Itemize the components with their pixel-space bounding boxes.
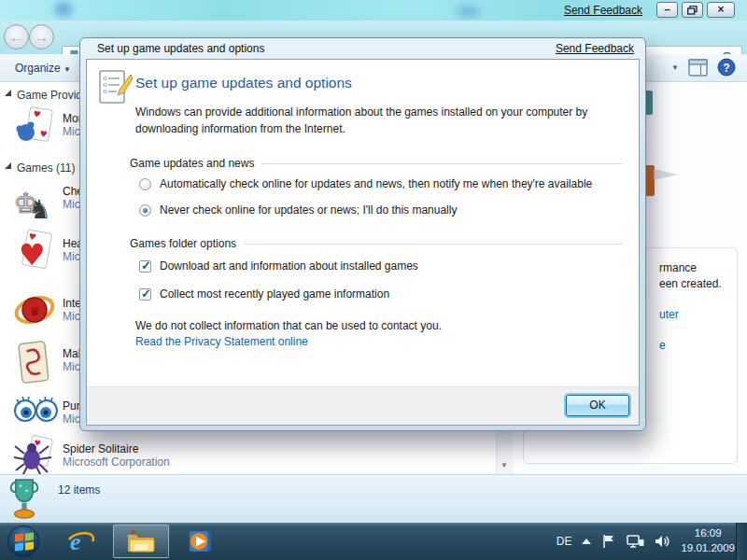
taskbar-media-player-button[interactable] <box>179 525 220 558</box>
network-icon[interactable] <box>627 534 644 549</box>
windows-flag-icon <box>25 541 34 550</box>
options-document-pencil-icon <box>97 69 133 106</box>
views-chevron-icon[interactable]: ▼ <box>671 63 679 72</box>
hidden-artwork-arrow <box>654 169 678 180</box>
radio-option-auto-check[interactable]: Automatically check online for updates a… <box>139 177 592 190</box>
start-button[interactable] <box>7 525 39 557</box>
items-count-label: 12 items <box>58 483 100 497</box>
organize-label: Organize <box>15 62 61 75</box>
action-center-flag-icon[interactable] <box>601 534 616 549</box>
show-hidden-icons-icon[interactable] <box>582 539 591 544</box>
close-button[interactable]: × <box>707 2 735 18</box>
taskbar-clock[interactable]: 16:09 19.01.2009 <box>681 526 735 555</box>
spider-icon: ♥ <box>13 435 56 474</box>
volume-icon[interactable] <box>655 534 670 549</box>
checkbox-label: Download art and information about insta… <box>160 259 418 273</box>
svg-text:♞: ♞ <box>28 194 51 222</box>
checkbox-label: Collect most recently played game inform… <box>160 287 389 301</box>
svg-text:♛: ♛ <box>29 304 40 318</box>
forward-button[interactable]: → <box>29 24 54 49</box>
hearts-icon: ♥ ♥ <box>13 230 54 274</box>
window-titlebar: Send Feedback – × <box>0 0 747 21</box>
internet-explorer-icon: e <box>66 527 94 555</box>
chevron-down-icon: ▼ <box>63 65 71 74</box>
radio-label: Never check online for updates or news; … <box>160 203 457 217</box>
svg-text:?: ? <box>723 62 729 75</box>
show-desktop-button[interactable] <box>736 523 747 560</box>
game-name: Spider Solitaire <box>63 442 138 455</box>
puzzle-card-icon: ♥ ♥ <box>13 105 54 149</box>
checkbox-checked-icon[interactable] <box>139 288 151 301</box>
checkbox-option-download-art[interactable]: Download art and information about insta… <box>139 259 418 273</box>
dialog-title: Set up game updates and options <box>97 42 264 55</box>
taskbar: e DE <box>0 523 747 560</box>
mahjong-icon <box>13 340 54 386</box>
windows-flag-icon <box>15 542 23 551</box>
radio-icon[interactable] <box>139 178 151 190</box>
window-send-feedback-link[interactable]: Send Feedback <box>564 4 642 17</box>
clipped-link[interactable]: e <box>659 339 666 352</box>
dialog-body: Set up game updates and options Windows … <box>86 59 640 426</box>
clipped-text: rmance <box>659 261 697 274</box>
radio-label: Automatically check online for updates a… <box>160 177 592 190</box>
organize-button[interactable]: Organize ▼ <box>7 59 78 77</box>
privacy-note: We do not collect information that can b… <box>135 319 442 332</box>
game-publisher: Microsoft Corporation <box>63 455 170 469</box>
dialog-description: Windows can provide additional informati… <box>135 104 647 137</box>
group-game-updates: Game updates and news <box>130 157 627 170</box>
restore-icon <box>687 6 698 15</box>
clock-date: 19.01.2009 <box>681 541 735 556</box>
media-player-icon <box>186 527 214 555</box>
windows-flag-icon <box>25 532 34 540</box>
windows-flag-icon <box>15 533 23 541</box>
clipped-text: een created. <box>659 277 722 290</box>
taskbar-ie-button[interactable]: e <box>60 525 101 558</box>
group-label: Game updates and news <box>130 157 254 170</box>
dialog-heading: Set up game updates and options <box>135 75 352 91</box>
clock-time: 16:09 <box>681 526 735 541</box>
list-item-spider-solitaire[interactable]: ♥ Spider Solitaire Microsoft Corporation <box>13 435 293 474</box>
restore-button[interactable] <box>682 2 703 18</box>
ok-button[interactable]: OK <box>566 395 629 416</box>
desktop-screen: Send Feedback – × ← → ▼ ↻ Search Games <box>0 0 747 560</box>
system-tray: DE 16:09 19.01.2009 <box>557 523 735 560</box>
language-indicator[interactable]: DE <box>557 535 572 548</box>
status-bar: 12 items <box>0 474 747 523</box>
checkbox-option-collect-recent[interactable]: Collect most recently played game inform… <box>139 287 389 301</box>
collapse-arrow-icon[interactable] <box>5 90 11 96</box>
radio-selected-icon[interactable] <box>139 204 151 217</box>
blurred-window-icon <box>54 2 73 17</box>
dialog-footer: OK <box>87 386 639 425</box>
chess-icon: ♚ ♞ <box>13 177 54 222</box>
group-header-games[interactable]: Games (11) <box>17 161 75 175</box>
checkbox-checked-icon[interactable] <box>139 260 151 273</box>
svg-text:e: e <box>70 528 81 555</box>
group-label: Games folder options <box>130 237 236 250</box>
game-options-dialog: Set up game updates and options Send Fee… <box>79 37 646 431</box>
minimize-button[interactable]: – <box>656 2 678 18</box>
clipped-link[interactable]: uter <box>659 308 679 321</box>
svg-text:♥: ♥ <box>19 237 46 273</box>
help-icon[interactable]: ? <box>717 58 736 77</box>
svg-text:♥: ♥ <box>39 129 48 139</box>
folder-icon <box>126 528 156 554</box>
privacy-statement-link[interactable]: Read the Privacy Statement online <box>135 335 308 348</box>
eyes-icon <box>13 392 60 426</box>
blurred-glass-reflection <box>456 6 480 18</box>
back-button[interactable]: ← <box>4 24 29 49</box>
group-folder-options: Games folder options <box>130 237 627 250</box>
scroll-down-icon[interactable]: ▼ <box>498 458 511 472</box>
dialog-send-feedback-link[interactable]: Send Feedback <box>556 42 634 55</box>
radio-option-never-check[interactable]: Never check online for updates or news; … <box>139 203 457 217</box>
svg-text:♥: ♥ <box>33 109 41 119</box>
collapse-arrow-icon[interactable] <box>5 162 11 169</box>
checkers-icon: ♛ <box>13 289 56 332</box>
views-icon[interactable] <box>688 59 708 77</box>
games-trophy-icon <box>8 477 40 522</box>
taskbar-explorer-button[interactable] <box>113 525 169 558</box>
